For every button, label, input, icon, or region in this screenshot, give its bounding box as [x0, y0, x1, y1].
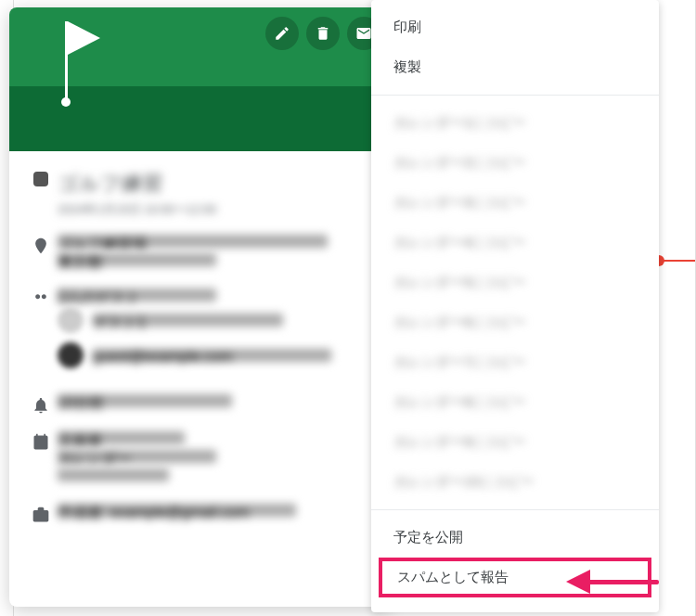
event-details-popup: ゴルフ練習 2024年1月15日 10:00〜12:00 ゴルフ練習場 東京都 …: [9, 7, 390, 607]
menu-divider: [371, 95, 659, 96]
golf-flag-icon: [68, 21, 100, 55]
location-secondary: 東京都: [58, 253, 216, 266]
location-primary: ゴルフ練習場: [58, 235, 328, 248]
guest-name: ゲスト1: [93, 314, 283, 327]
event-guests-row: 2人のゲスト ゲスト1 guest@example.com: [24, 289, 375, 378]
menu-copy-to-calendar[interactable]: カレンダー6にコピー: [371, 302, 659, 342]
event-header-actions: [265, 17, 380, 50]
edit-event-button[interactable]: [265, 17, 299, 50]
menu-copy-to-calendar[interactable]: カレンダー3にコピー: [371, 183, 659, 223]
calendar-icon: [32, 433, 50, 452]
menu-copy-to-calendar[interactable]: カレンダー8にコピー: [371, 382, 659, 422]
event-calendar-row: 主催者 カレンダー: [24, 431, 375, 487]
organizer-calendar: カレンダー: [58, 450, 216, 463]
guest-item[interactable]: guest@example.com: [58, 342, 375, 368]
menu-copy-to-calendar[interactable]: カレンダー4にコピー: [371, 223, 659, 263]
people-icon: [32, 290, 50, 309]
menu-copy-to-calendar[interactable]: カレンダー2にコピー: [371, 143, 659, 183]
event-location-row: ゴルフ練習場 東京都: [24, 235, 375, 272]
menu-copy-to-calendar[interactable]: カレンダー5にコピー: [371, 263, 659, 302]
avatar: [58, 307, 84, 333]
notification-text: 10分前: [58, 394, 232, 407]
annotation-arrow: [566, 570, 659, 592]
menu-divider: [371, 509, 659, 510]
menu-duplicate[interactable]: 複製: [371, 47, 659, 87]
envelope-icon: [355, 25, 372, 42]
menu-copy-to-calendar[interactable]: カレンダー10にコピー: [371, 462, 659, 502]
event-creator-row: 作成者: example@gmail.com: [24, 504, 375, 524]
bell-icon: [32, 396, 50, 415]
briefcase-icon: [32, 506, 50, 524]
event-header: [9, 7, 390, 151]
location-icon: [32, 237, 50, 255]
guest-item[interactable]: ゲスト1: [58, 307, 375, 333]
guests-count: 2人のゲスト: [58, 289, 216, 302]
menu-copy-to-calendar[interactable]: カレンダー7にコピー: [371, 342, 659, 382]
event-options-menu: 印刷 複製 カレンダー1にコピー カレンダー2にコピー カレンダー3にコピー カ…: [371, 0, 659, 612]
menu-print[interactable]: 印刷: [371, 7, 659, 47]
event-notification-row: 10分前: [24, 394, 375, 415]
event-body: ゴルフ練習 2024年1月15日 10:00〜12:00 ゴルフ練習場 東京都 …: [9, 151, 390, 556]
event-title-row: ゴルフ練習 2024年1月15日 10:00〜12:00: [24, 170, 375, 218]
event-title: ゴルフ練習: [58, 170, 375, 198]
pencil-icon: [274, 25, 290, 42]
guest-email: guest@example.com: [93, 349, 331, 362]
avatar: [58, 342, 84, 368]
menu-copy-to-calendar[interactable]: カレンダー9にコピー: [371, 422, 659, 462]
trash-icon: [315, 25, 331, 42]
menu-publish-event[interactable]: 予定を公開: [371, 518, 659, 558]
golf-ball-icon: [61, 97, 71, 107]
current-time-indicator: [659, 260, 696, 262]
creator-text: 作成者: example@gmail.com: [58, 504, 296, 517]
delete-event-button[interactable]: [306, 17, 340, 50]
menu-copy-to-calendar[interactable]: カレンダー1にコピー: [371, 103, 659, 143]
organizer-name: 主催者: [58, 431, 185, 444]
event-datetime: 2024年1月15日 10:00〜12:00: [58, 201, 375, 218]
event-color-indicator: [24, 170, 58, 186]
